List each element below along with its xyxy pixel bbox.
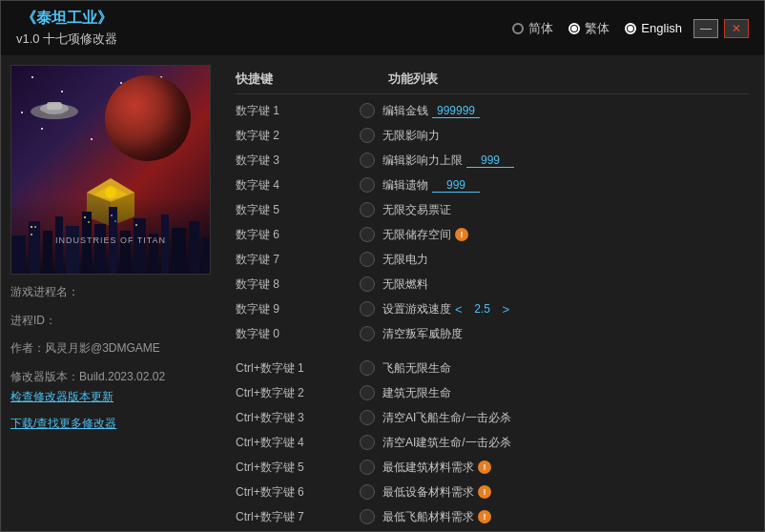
lang-english-radio[interactable] [625, 23, 636, 34]
lang-traditional[interactable]: 繁体 [569, 20, 610, 37]
func-label: 编辑影响力上限 999 [382, 153, 749, 169]
spaceship-graphic [26, 94, 83, 123]
window-buttons: — ✕ [693, 19, 749, 38]
func-label: 无限燃料 [382, 276, 749, 293]
key-label: 数字键 5 [236, 202, 360, 218]
svg-rect-29 [84, 216, 86, 218]
func-label: 无限储存空间! [382, 227, 749, 243]
planet-graphic [105, 75, 191, 161]
table-row: 数字键 2无限影响力 [236, 123, 749, 148]
download-link[interactable]: 下载/查找更多修改器 [10, 414, 211, 435]
table-row: Ctrl+数字键 4清空AI建筑生命/一击必杀 [236, 430, 749, 455]
speed-control: <2.5> [455, 302, 509, 317]
key-label: 数字键 6 [236, 227, 360, 243]
feature-toggle[interactable] [360, 128, 375, 143]
func-label: 无限电力 [382, 252, 749, 268]
feature-toggle[interactable] [360, 509, 375, 524]
info-section: 游戏进程名： 进程ID： 作者：风灵月影@3DMGAME 修改器版本：Build… [10, 282, 211, 435]
feature-toggle[interactable] [360, 227, 375, 242]
author-label: 作者：风灵月影@3DMGAME [10, 338, 211, 359]
col-func-header: 功能列表 [388, 71, 749, 88]
func-label: 无限交易票证 [382, 202, 749, 218]
feature-toggle[interactable] [360, 202, 375, 217]
lang-simplified-label: 简体 [528, 20, 553, 37]
game-cover: INDUSTRIES OF TITAN [10, 65, 211, 275]
title-bar: 《泰坦工业》 v1.0 十七项修改器 简体 繁体 English [1, 1, 764, 55]
svg-rect-20 [134, 218, 146, 274]
table-row: 数字键 5无限交易票证 [236, 197, 749, 222]
svg-rect-17 [94, 224, 106, 274]
func-label: 无限影响力 [382, 128, 749, 144]
feature-toggle[interactable] [360, 103, 375, 118]
table-row: 数字键 6无限储存空间! [236, 222, 749, 247]
feature-toggle[interactable] [360, 301, 375, 317]
func-label: 编辑金钱 999999 [382, 103, 749, 119]
feature-toggle[interactable] [360, 360, 375, 376]
feature-table: 快捷键 功能列表 数字键 1编辑金钱 999999数字键 2无限影响力数字键 3… [236, 65, 749, 529]
table-row: Ctrl+数字键 5最低建筑材料需求! [236, 455, 749, 480]
func-label: 清空叛军威胁度 [382, 326, 749, 342]
editable-value[interactable]: 999999 [432, 104, 480, 118]
lang-simplified[interactable]: 简体 [512, 20, 553, 37]
title-right: 简体 繁体 English — ✕ [512, 19, 749, 38]
key-label: 数字键 1 [236, 103, 360, 119]
editable-value[interactable]: 999 [432, 178, 480, 193]
table-row: 数字键 1编辑金钱 999999 [236, 98, 749, 123]
key-label: 数字键 4 [236, 177, 360, 194]
feature-toggle[interactable] [360, 410, 375, 425]
feature-toggle[interactable] [360, 276, 375, 292]
feature-toggle[interactable] [360, 484, 375, 500]
warning-icon[interactable]: ! [478, 460, 491, 474]
table-row: 数字键 8无限燃料 [236, 272, 749, 297]
func-label: 飞船无限生命 [382, 360, 749, 377]
lang-simplified-radio[interactable] [512, 23, 524, 34]
warning-icon[interactable]: ! [455, 228, 468, 241]
speed-increase[interactable]: > [503, 302, 510, 317]
warning-icon[interactable]: ! [478, 510, 491, 523]
func-label: 建筑无限生命 [382, 385, 749, 401]
game-logo-text: INDUSTRIES OF TITAN [11, 235, 210, 245]
feature-toggle[interactable] [360, 177, 375, 193]
editable-value[interactable]: 999 [466, 153, 514, 168]
func-label: 清空AI飞船生命/一击必杀 [382, 410, 749, 426]
close-button[interactable]: ✕ [724, 19, 749, 38]
svg-rect-26 [31, 226, 32, 228]
lang-traditional-label: 繁体 [585, 20, 610, 37]
table-row: 数字键 9设置游戏速度 <2.5> [236, 297, 749, 321]
feature-toggle[interactable] [360, 460, 375, 475]
key-label: Ctrl+数字键 1 [236, 360, 360, 377]
minimize-button[interactable]: — [693, 19, 718, 38]
key-label: 数字键 7 [236, 252, 360, 268]
svg-rect-12 [29, 221, 40, 274]
func-label: 最低飞船材料需求! [382, 509, 749, 525]
speed-value: 2.5 [468, 302, 497, 316]
func-label: 清空AI建筑生命/一击必杀 [382, 435, 749, 451]
feature-toggle[interactable] [360, 326, 375, 341]
func-label: 最低建筑材料需求! [382, 460, 749, 476]
key-label: Ctrl+数字键 7 [236, 509, 360, 525]
check-update-link[interactable]: 检查修改器版本更新 [10, 387, 211, 408]
feature-toggle[interactable] [360, 252, 375, 267]
func-label: 最低设备材料需求! [382, 484, 749, 501]
feature-rows: 数字键 1编辑金钱 999999数字键 2无限影响力数字键 3编辑影响力上限 9… [236, 98, 749, 529]
table-row: 数字键 0清空叛军威胁度 [236, 321, 749, 346]
game-image-inner: INDUSTRIES OF TITAN [11, 66, 210, 274]
feature-toggle[interactable] [360, 153, 375, 168]
svg-rect-30 [88, 221, 90, 223]
feature-toggle[interactable] [360, 435, 375, 450]
svg-rect-31 [111, 215, 113, 216]
table-row: 数字键 4编辑遗物 999 [236, 173, 749, 197]
feature-toggle[interactable] [360, 385, 375, 400]
svg-rect-14 [55, 216, 63, 274]
lang-english[interactable]: English [625, 21, 682, 35]
lang-traditional-radio[interactable] [569, 23, 580, 34]
warning-icon[interactable]: ! [478, 485, 491, 499]
speed-decrease[interactable]: < [455, 302, 463, 317]
section-gap [236, 346, 749, 356]
svg-rect-2 [47, 102, 62, 110]
svg-rect-24 [189, 221, 199, 274]
main-window: 《泰坦工业》 v1.0 十七项修改器 简体 繁体 English [0, 0, 765, 532]
svg-rect-33 [135, 224, 137, 226]
key-label: Ctrl+数字键 3 [236, 410, 360, 426]
process-id-label: 进程ID： [10, 311, 211, 332]
